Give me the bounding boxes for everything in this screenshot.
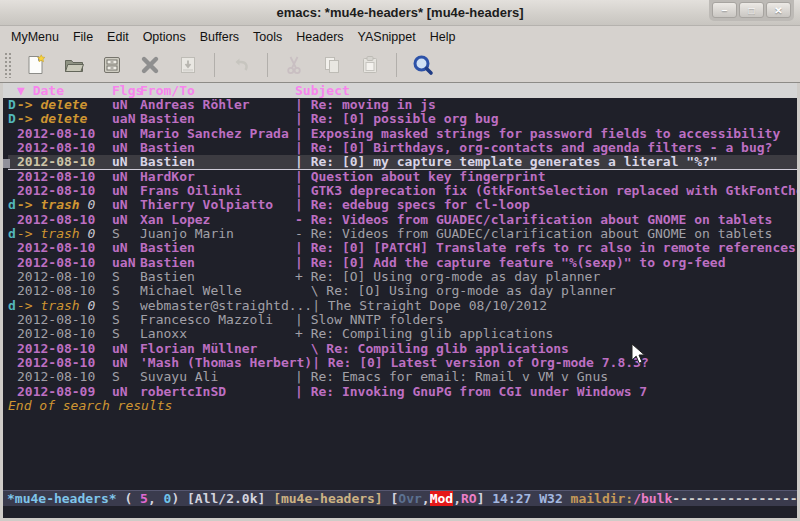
from-cell: Xan Lopez — [140, 213, 295, 227]
mark-flag — [8, 284, 17, 298]
flags-cell: uN — [112, 170, 140, 184]
from-cell: Bastien — [140, 270, 295, 284]
subject-cell: \ Re: [O] Using org-mode as day planner — [295, 284, 797, 298]
menu-headers[interactable]: Headers — [289, 28, 350, 46]
subject-cell: | Re: edebug specs for cl-loop — [295, 198, 797, 212]
close-button[interactable]: ✕ — [766, 2, 791, 18]
message-row[interactable]: 2012-08-10uNFrans Oilinki| GTK3 deprecat… — [8, 184, 797, 198]
flags-cell: uN — [112, 342, 140, 356]
message-row[interactable]: D-> deleteuaNBastien| Re: [0] possible o… — [8, 112, 797, 126]
menu-options[interactable]: Options — [136, 28, 193, 46]
menu-file[interactable]: File — [66, 28, 100, 46]
mark-flag: D — [8, 112, 17, 126]
message-row[interactable]: 2012-08-10uNFlorian Müllner \ Re: Compil… — [8, 342, 797, 356]
from-cell: Juanjo Marin — [140, 227, 295, 241]
menu-help[interactable]: Help — [423, 28, 463, 46]
write-file-button — [171, 50, 205, 80]
message-row[interactable]: d-> trash 0uNThierry Volpiatto| Re: edeb… — [8, 198, 797, 212]
menu-tools[interactable]: Tools — [246, 28, 289, 46]
date-cell: 2012-08-10 — [17, 213, 112, 227]
message-row[interactable]: 2012-08-10SMichael Welle \ Re: [O] Using… — [8, 284, 797, 298]
mark-flag: d — [8, 299, 17, 313]
headers-column-header: ▼ Date Flgs From/To Subject — [3, 83, 797, 98]
menu-mymenu[interactable]: MyMenu — [4, 28, 66, 46]
message-row[interactable]: 2012-08-10uNBastien| Re: [0] [PATCH] Tra… — [8, 241, 797, 255]
date-cell: 2012-08-10 — [17, 313, 112, 327]
search-button[interactable] — [406, 50, 440, 80]
flags-cell: S — [112, 370, 140, 384]
subject-cell: | The Straight Dope 08/10/2012 — [312, 299, 797, 313]
modeline-segment: ] — [477, 491, 493, 506]
mark-flag — [8, 184, 17, 198]
flags-cell: uN — [112, 155, 140, 169]
menu-edit[interactable]: Edit — [100, 28, 136, 46]
message-row[interactable]: 2012-08-10SBastien+ Re: [O] Using org-mo… — [8, 270, 797, 284]
copy-icon — [320, 53, 344, 77]
message-row[interactable]: 2012-08-10uNBastien| Re: [0] Birthdays, … — [8, 141, 797, 155]
message-row[interactable]: 2012-08-10uNBastien| Re: [0] my capture … — [8, 155, 797, 169]
new-file-icon — [24, 53, 48, 77]
subject-column-header[interactable]: Subject — [295, 83, 797, 98]
flags-column-header[interactable]: Flgs — [112, 83, 140, 98]
close-buffer-button[interactable] — [133, 50, 167, 80]
flags-cell: uN — [112, 213, 140, 227]
from-cell: Michael Welle — [140, 284, 295, 298]
flags-cell: uN — [112, 241, 140, 255]
sort-descending-icon[interactable]: ▼ — [17, 83, 25, 98]
from-cell: HardKor — [140, 170, 295, 184]
message-row[interactable]: 2012-08-10SLanoxx+ Re: Compiling glib ap… — [8, 327, 797, 341]
mark-flag — [8, 313, 17, 327]
subject-cell: | Question about key fingerprint — [295, 170, 797, 184]
toolbar-grip-handle[interactable] — [4, 52, 13, 78]
message-row[interactable]: 2012-08-10SFrancesco Mazzoli| Slow NNTP … — [8, 313, 797, 327]
modeline-segment: /bulk — [633, 491, 672, 506]
save-buffer-button[interactable] — [95, 50, 129, 80]
toolbar-separator — [396, 53, 397, 77]
date-cell: 2012-08-10 — [17, 127, 112, 141]
message-row[interactable]: 2012-08-10uN'Mash (Thomas Herbert)| Re: … — [8, 356, 797, 370]
mark-flag — [8, 385, 17, 399]
menu-buffers[interactable]: Buffers — [193, 28, 246, 46]
modeline-segment: , — [453, 491, 461, 506]
modeline-segment: , — [148, 491, 164, 506]
mark-flag — [8, 170, 17, 184]
minimize-button[interactable]: – — [712, 2, 737, 18]
from-cell: webmaster@straightd... — [140, 299, 312, 313]
mark-flag — [8, 127, 17, 141]
from-cell: robertcInSD — [140, 385, 295, 399]
flags-cell: uaN — [112, 112, 140, 126]
new-file-button[interactable] — [19, 50, 53, 80]
mark-column-header — [8, 83, 17, 98]
date-column-header[interactable]: ▼ Date — [17, 83, 112, 98]
message-row[interactable]: 2012-08-10uNMario Sanchez Prada| Exposin… — [8, 127, 797, 141]
write-file-icon — [176, 53, 200, 77]
trash-target: 0 — [80, 298, 96, 313]
modeline-segment: [mu4e-headers] — [273, 491, 390, 506]
message-row[interactable]: D-> deleteuNAndreas Röhler| Re: moving i… — [8, 98, 797, 112]
message-row[interactable]: 2012-08-10uNXan Lopez- Re: Videos from G… — [8, 213, 797, 227]
trash-target: 0 — [80, 226, 96, 241]
message-row[interactable]: 2012-08-10SSuvayu Ali| Re: Emacs for ema… — [8, 370, 797, 384]
mark-flag — [8, 241, 17, 255]
subject-cell: | Re: [0] my capture template generates … — [295, 155, 797, 169]
message-row[interactable]: 2012-08-10uNHardKor| Question about key … — [8, 170, 797, 184]
subject-cell: | Re: moving in js — [295, 98, 797, 112]
from-cell: Bastien — [140, 112, 295, 126]
toolbar — [0, 47, 800, 83]
message-row[interactable]: 2012-08-09uNrobertcInSD| Re: Invoking Gn… — [8, 385, 797, 399]
message-row[interactable]: d-> trash 0SJuanjo Marin- Re: Videos fro… — [8, 227, 797, 241]
menu-yasnippet[interactable]: YASnippet — [351, 28, 423, 46]
titlebar[interactable]: emacs: *mu4e-headers* [mu4e-headers] –□✕ — [0, 0, 800, 26]
message-row[interactable]: 2012-08-10uaNBastien| Re: [0] Add the ca… — [8, 256, 797, 270]
subject-cell: + Re: Compiling glib applications — [295, 327, 797, 341]
open-folder-button[interactable] — [57, 50, 91, 80]
message-row[interactable]: d-> trash 0Swebmaster@straightd...| The … — [8, 299, 797, 313]
mark-flag — [8, 270, 17, 284]
toolbar-separator — [267, 53, 268, 77]
mark-flag — [8, 327, 17, 341]
date-cell: 2012-08-10 — [17, 284, 112, 298]
maximize-button[interactable]: □ — [739, 2, 764, 18]
modeline-segment: *mu4e-headers* — [7, 491, 117, 506]
from-column-header[interactable]: From/To — [140, 83, 295, 98]
buffer-area: ▼ Date Flgs From/To Subject D-> deleteuN… — [3, 83, 797, 518]
